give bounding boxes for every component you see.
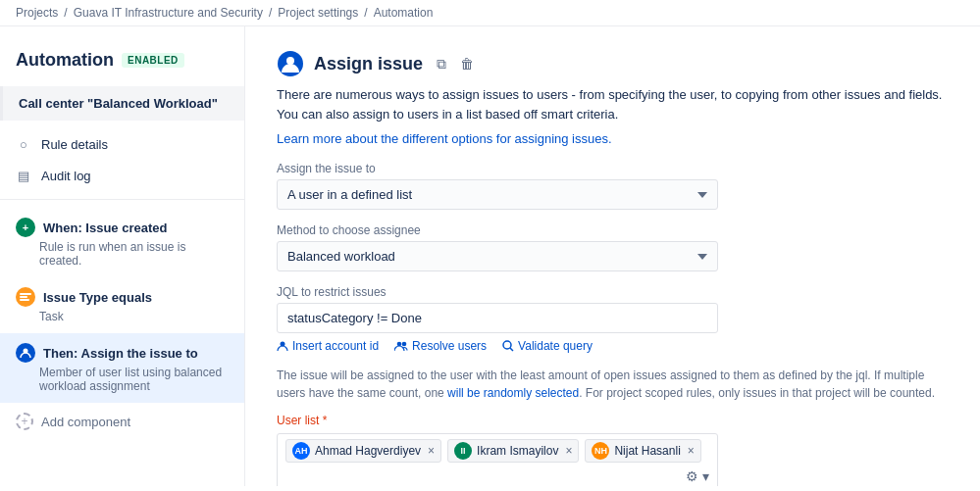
- action-step-title: Then: Assign the issue to: [43, 346, 198, 361]
- add-component[interactable]: + Add component: [0, 403, 244, 440]
- user-avatar-2: II: [454, 442, 472, 460]
- user-name-3: Nijat Hasanli: [614, 444, 680, 458]
- trigger-step-icon: +: [16, 218, 35, 237]
- svg-rect-2: [20, 299, 29, 301]
- breadcrumb-sep-3: /: [364, 6, 367, 20]
- validate-query-button[interactable]: Validate query: [502, 339, 593, 353]
- user-name-1: Ahmad Hagverdiyev: [315, 444, 421, 458]
- action-step-icon: [16, 343, 35, 363]
- assign-to-label: Assign the issue to: [277, 162, 949, 175]
- chevron-down-icon[interactable]: ▾: [702, 468, 709, 484]
- assign-person-icon: [277, 50, 304, 77]
- user-tag-2: II Ikram Ismayilov ×: [447, 439, 579, 463]
- page-title: Automation: [16, 50, 114, 71]
- svg-rect-0: [20, 293, 31, 295]
- add-component-label: Add component: [41, 415, 130, 429]
- user-tags-container[interactable]: AH Ahmad Hagverdiyev × II Ikram Ismayilo…: [277, 433, 718, 486]
- user-remove-3[interactable]: ×: [688, 444, 695, 458]
- user-avatar-1: AH: [292, 442, 310, 460]
- trigger-step[interactable]: + When: Issue created Rule is run when a…: [0, 208, 244, 277]
- user-list-label: User list *: [277, 414, 949, 427]
- user-tag-3: NH Nijat Hasanli ×: [585, 439, 700, 463]
- breadcrumb: Projects / Guava IT Infrastructure and S…: [0, 0, 980, 26]
- trigger-step-title: When: Issue created: [43, 221, 167, 235]
- person-icon: [277, 340, 288, 352]
- user-avatar-3: NH: [592, 442, 609, 460]
- method-label: Method to choose assignee: [277, 223, 949, 237]
- method-select[interactable]: Balanced workload Random Round robin: [277, 241, 718, 271]
- add-circle-icon: +: [16, 413, 33, 430]
- method-group: Method to choose assignee Balanced workl…: [277, 223, 949, 271]
- settings-icon[interactable]: ⚙: [686, 468, 698, 484]
- search-icon: [502, 340, 514, 352]
- tag-actions: ⚙ ▾: [686, 468, 709, 484]
- enabled-badge: ENABLED: [122, 53, 184, 68]
- svg-line-10: [510, 348, 513, 351]
- svg-point-8: [402, 342, 407, 347]
- user-list-group: User list * AH Ahmad Hagverdiyev × II Ik…: [277, 414, 949, 486]
- jql-input[interactable]: [277, 303, 718, 333]
- sidebar-divider: [0, 199, 244, 200]
- assign-to-group: Assign the issue to A user in a defined …: [277, 162, 949, 210]
- rule-details-label: Rule details: [41, 137, 108, 152]
- audit-log-label: Audit log: [41, 169, 91, 183]
- action-step[interactable]: Then: Assign the issue to Member of user…: [0, 333, 244, 403]
- sidebar-header: Automation ENABLED: [0, 42, 244, 86]
- resolve-users-button[interactable]: Resolve users: [394, 339, 487, 353]
- assign-issue-header: Assign issue ⧉ 🗑: [277, 50, 949, 77]
- user-name-2: Ikram Ismayilov: [477, 444, 558, 458]
- main-content: Assign issue ⧉ 🗑 There are numerous ways…: [245, 26, 980, 486]
- automation-name: Call center "Balanced Workload": [0, 86, 244, 121]
- assign-description: There are numerous ways to assign issues…: [277, 85, 949, 123]
- insert-account-id-button[interactable]: Insert account id: [277, 339, 379, 353]
- user-remove-1[interactable]: ×: [428, 444, 435, 458]
- trigger-step-sub: Rule is run when an issue is created.: [39, 240, 229, 268]
- condition-step-icon: [16, 287, 35, 307]
- persons-icon: [394, 340, 408, 352]
- condition-step-title: Issue Type equals: [43, 290, 152, 305]
- info-text: The issue will be assigned to the user w…: [277, 367, 949, 402]
- sidebar-item-rule-details[interactable]: ○ Rule details: [0, 128, 244, 160]
- jql-actions: Insert account id Resolve users: [277, 339, 949, 353]
- assign-issue-title: Assign issue: [314, 54, 423, 74]
- condition-step-sub: Task: [39, 310, 229, 323]
- delete-button[interactable]: 🗑: [456, 54, 478, 74]
- jql-group: JQL to restrict issues Insert account id: [277, 285, 949, 353]
- breadcrumb-automation: Automation: [374, 6, 434, 20]
- breadcrumb-project-settings[interactable]: Project settings: [278, 6, 358, 20]
- svg-rect-1: [20, 296, 27, 298]
- svg-point-9: [503, 341, 511, 349]
- sidebar: Automation ENABLED Call center "Balanced…: [0, 26, 245, 486]
- breadcrumb-sep-2: /: [269, 6, 272, 20]
- breadcrumb-sep-1: /: [64, 6, 67, 20]
- user-remove-2[interactable]: ×: [565, 444, 572, 458]
- condition-step[interactable]: Issue Type equals Task: [0, 277, 244, 333]
- header-actions: ⧉ 🗑: [433, 54, 478, 74]
- user-tag-1: AH Ahmad Hagverdiyev ×: [285, 439, 441, 463]
- action-step-sub: Member of user list using balanced workl…: [39, 366, 229, 393]
- breadcrumb-project[interactable]: Guava IT Infrastructure and Security: [74, 6, 263, 20]
- sidebar-item-audit-log[interactable]: ▤ Audit log: [0, 160, 244, 191]
- jql-label: JQL to restrict issues: [277, 285, 949, 299]
- svg-point-5: [286, 57, 294, 65]
- rule-details-icon: ○: [16, 136, 31, 152]
- audit-log-icon: ▤: [16, 168, 31, 183]
- copy-button[interactable]: ⧉: [433, 54, 450, 74]
- breadcrumb-projects[interactable]: Projects: [16, 6, 58, 20]
- learn-more-link[interactable]: Learn more about the different options f…: [277, 131, 949, 146]
- assign-to-select[interactable]: A user in a defined list Specific user R…: [277, 179, 718, 210]
